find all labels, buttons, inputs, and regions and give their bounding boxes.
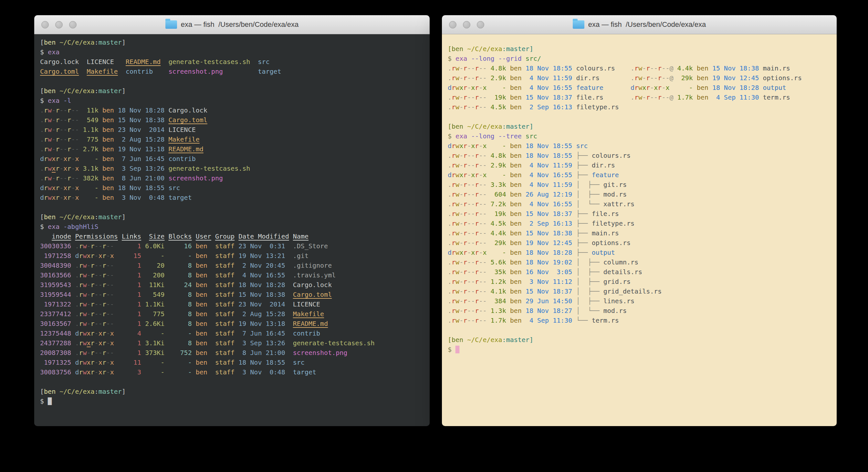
permission-char: r bbox=[452, 219, 456, 227]
terminal-text-segment: 7 Jun 16:45 bbox=[114, 155, 165, 163]
permission-char: r bbox=[646, 64, 650, 72]
terminal-line: drwxr-xr-x - ben 4 Nov 16:55 ├── feature bbox=[448, 170, 831, 180]
close-button[interactable] bbox=[449, 21, 457, 28]
permission-char: w bbox=[456, 142, 459, 150]
terminal-line: [ben ~/C/e/exa:master] bbox=[40, 212, 424, 222]
terminal-text-segment: 18 Nov 18:27 bbox=[522, 307, 572, 315]
terminal-text-segment: 29 Jun 14:50 bbox=[522, 297, 572, 305]
terminal-text-segment: 23 Nov 2014 bbox=[235, 300, 285, 308]
terminal-text-segment: - bbox=[141, 329, 164, 337]
close-button[interactable] bbox=[41, 21, 49, 28]
terminal-text-segment: [ben bbox=[448, 336, 467, 344]
terminal-text-segment: ├── bbox=[572, 219, 591, 227]
permission-char: - bbox=[467, 64, 471, 72]
terminal-text-segment: ben bbox=[192, 358, 211, 366]
terminal-text-segment: master bbox=[98, 38, 122, 46]
permission-char: . bbox=[75, 291, 79, 298]
terminal-text-segment: ben bbox=[44, 213, 59, 221]
terminal-text-segment: Cargo.toml bbox=[168, 116, 207, 124]
permission-char: r bbox=[91, 358, 95, 366]
permission-char: - bbox=[98, 349, 102, 357]
zoom-button[interactable] bbox=[69, 21, 76, 28]
terminal-text-segment: ben bbox=[98, 194, 114, 201]
terminal-text-segment: - bbox=[141, 358, 164, 366]
terminal-text-segment: ben bbox=[192, 252, 211, 260]
permission-char: . bbox=[40, 136, 44, 143]
terminal-text-segment: ~/C/e/exa bbox=[59, 87, 94, 95]
terminal-text-segment: exa bbox=[48, 97, 59, 105]
permission-char: r bbox=[102, 349, 106, 357]
permission-char: . bbox=[630, 64, 634, 72]
terminal-text-segment: └── bbox=[572, 317, 591, 324]
permission-char: - bbox=[95, 262, 98, 269]
terminal-text-segment: 2.6Ki bbox=[141, 320, 164, 327]
permission-char: r bbox=[475, 161, 479, 169]
minimize-button[interactable] bbox=[463, 21, 470, 28]
terminal-text-segment: Makefile bbox=[87, 67, 118, 75]
terminal-text-segment: ├── bbox=[572, 210, 591, 217]
title-bar[interactable]: exa — fish /Users/ben/Code/exa/exa bbox=[34, 15, 430, 34]
permission-char: w bbox=[83, 242, 87, 250]
minimize-button[interactable] bbox=[55, 21, 63, 28]
permission-char: - bbox=[52, 136, 56, 143]
title-group: exa — fish /Users/ben/Code/exa/exa bbox=[165, 20, 299, 29]
terminal-text-segment: ben bbox=[506, 239, 522, 247]
terminal-text-segment: - bbox=[487, 142, 506, 150]
permission-char: w bbox=[456, 229, 459, 237]
permission-char: - bbox=[471, 297, 475, 305]
terminal-text-segment: ben bbox=[506, 200, 522, 208]
terminal-output[interactable]: [ben ~/C/e/exa:master]$ exa --long --gri… bbox=[442, 34, 837, 426]
permission-char: - bbox=[665, 93, 669, 101]
permission-char: r bbox=[452, 278, 456, 286]
permission-char: r bbox=[452, 248, 456, 256]
terminal-text-segment: 26 Aug 12:19 bbox=[522, 190, 572, 198]
terminal-text-segment: 3 Nov 0:48 bbox=[114, 194, 165, 201]
terminal-line: .rw-r--r-- 4.1k ben 15 Nov 18:37 │ ├── g… bbox=[448, 287, 831, 296]
permission-char: - bbox=[95, 271, 98, 279]
terminal-text-segment: :master] bbox=[502, 336, 533, 344]
terminal-text-segment: 15 Nov 18:38 bbox=[522, 229, 572, 237]
terminal-text-segment: - bbox=[164, 358, 192, 366]
terminal-line: drwxr-xr-x - ben 18 Nov 18:28 ├── output bbox=[448, 248, 831, 257]
permission-char: r bbox=[475, 239, 479, 247]
terminal-text-segment: 3 Sep 13:26 bbox=[235, 339, 285, 347]
terminal-text-segment: src bbox=[526, 132, 537, 140]
terminal-text-segment: 29k bbox=[674, 74, 693, 82]
permission-char: - bbox=[106, 271, 110, 279]
zoom-button[interactable] bbox=[477, 21, 484, 28]
title-bar[interactable]: exa — fish /Users/ben/Code/exa/exa bbox=[442, 15, 837, 34]
terminal-text-segment: 2 Nov 20:45 bbox=[235, 262, 285, 269]
permission-char: w bbox=[638, 74, 642, 82]
permission-char: - bbox=[483, 287, 487, 295]
terminal-line: .rw-r--r-- 549 ben 15 Nov 18:38 Cargo.to… bbox=[40, 115, 424, 125]
window-title: exa — fish /Users/ben/Code/exa/exa bbox=[181, 20, 299, 29]
permission-char: - bbox=[479, 200, 483, 208]
permission-char: - bbox=[483, 297, 487, 305]
permission-char: x bbox=[52, 184, 56, 192]
permission-char: - bbox=[110, 349, 114, 357]
terminal-text-segment: 3.1k bbox=[79, 165, 98, 172]
terminal-output[interactable]: [ben ~/C/e/exa:master]$ exaCargo.lock LI… bbox=[34, 34, 430, 426]
terminal-text-segment: │ ├── bbox=[572, 268, 603, 276]
terminal-text-segment: - bbox=[79, 184, 98, 192]
permission-char: - bbox=[479, 258, 483, 266]
terminal-line bbox=[448, 112, 831, 122]
terminal-text-segment: 775 bbox=[141, 310, 164, 318]
terminal-text-segment bbox=[79, 67, 87, 75]
terminal-text-segment: - bbox=[164, 252, 192, 260]
permission-char: r bbox=[79, 271, 83, 279]
terminal-text-segment: 19 Nov 13:21 bbox=[235, 252, 285, 260]
terminal-text-segment: 18 Nov 18:55 bbox=[522, 142, 572, 150]
permission-char: r bbox=[475, 258, 479, 266]
permission-char: x bbox=[98, 252, 102, 260]
permission-char: r bbox=[67, 184, 71, 192]
permission-char: . bbox=[448, 229, 452, 237]
terminal-line: 31959544 .rw-r--r-- 1 549 8 ben staff 15… bbox=[40, 290, 424, 299]
terminal-text-segment: │ ├── bbox=[572, 258, 603, 266]
permission-char: - bbox=[59, 145, 63, 153]
terminal-text-segment: Group bbox=[215, 232, 235, 240]
permission-char: - bbox=[106, 320, 110, 327]
terminal-text-segment: 1 bbox=[114, 262, 141, 269]
terminal-window-left: exa — fish /Users/ben/Code/exa/exa [ben … bbox=[34, 15, 430, 426]
permission-char: w bbox=[456, 103, 459, 111]
